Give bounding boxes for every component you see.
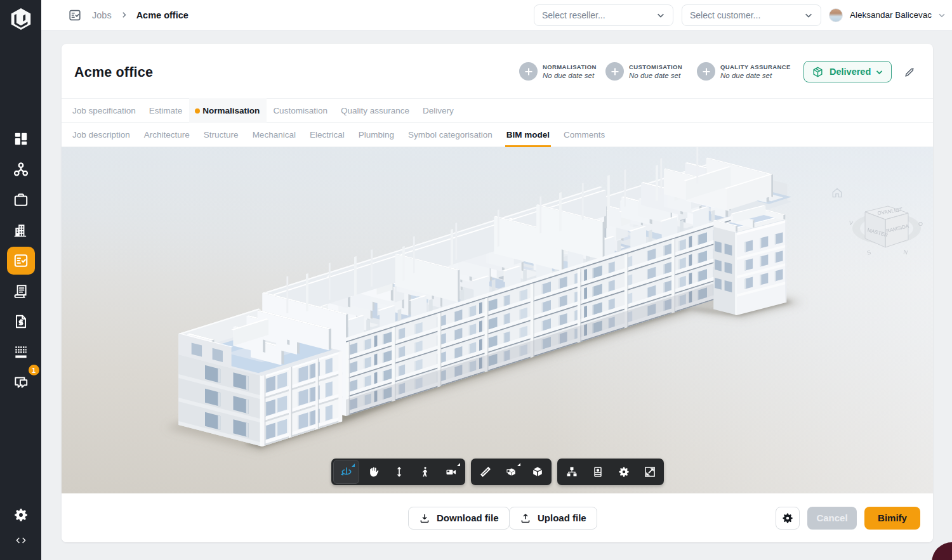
svg-text:N: N xyxy=(903,249,908,256)
svg-text:O: O xyxy=(918,221,923,227)
svg-text:S: S xyxy=(866,249,872,256)
svg-text:V: V xyxy=(849,219,854,226)
